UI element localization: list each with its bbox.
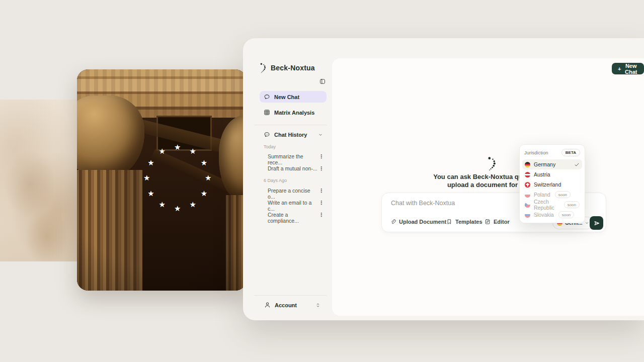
paperclip-icon (390, 219, 396, 225)
noxtua-mark-icon (487, 156, 498, 171)
account-selector[interactable]: Account (264, 302, 320, 308)
history-item-label: Summarize the rece... (268, 153, 318, 165)
slovakia-flag-icon (525, 212, 530, 218)
history-item[interactable]: Write an email to a c... ⋮ (268, 200, 324, 212)
soon-badge: soon (564, 201, 580, 208)
kebab-menu-icon[interactable]: ⋮ (318, 153, 324, 165)
jurisdiction-title: Jurisdiction (524, 150, 548, 155)
eu-star-icon: ★ (159, 201, 166, 208)
czech-republic-flag-icon (525, 202, 530, 208)
history-item-label: Prepare a concise o... (268, 188, 318, 200)
eu-star-icon: ★ (190, 201, 196, 208)
switzerland-flag-icon (525, 182, 530, 188)
option-label: Czech Republic (534, 199, 559, 211)
eu-star-icon: ★ (147, 190, 154, 197)
option-label: Switzerland (534, 182, 561, 188)
history-item-label: Draft a mutual non-... (268, 165, 317, 172)
eu-star-icon: ★ (174, 205, 181, 212)
plus-icon: + (618, 66, 621, 72)
sidebar-item-new-chat[interactable]: New Chat (260, 91, 327, 103)
editor-button[interactable]: Editor (485, 219, 510, 225)
screenshot-stage: ★★★★★★★★★★★★ Beck-Noxtua New Chat (0, 0, 644, 362)
new-chat-button[interactable]: + New Chat (612, 63, 644, 74)
germany-flag-icon (525, 162, 530, 167)
editor-label: Editor (494, 219, 510, 225)
grid-icon (264, 109, 270, 116)
history-item[interactable]: Summarize the rece... ⋮ (268, 153, 324, 165)
eu-star-icon: ★ (147, 159, 154, 166)
templates-button[interactable]: Templates (446, 219, 482, 225)
columns-photo: ★★★★★★★★★★★★ (77, 69, 247, 291)
chat-history-header[interactable]: Chat History (264, 131, 323, 138)
option-label: Austria (534, 171, 550, 177)
send-icon (593, 220, 600, 227)
kebab-menu-icon[interactable]: ⋮ (318, 212, 324, 224)
chevron-down-icon[interactable] (318, 132, 323, 137)
account-label: Account (275, 302, 297, 308)
jurisdiction-option-poland[interactable]: Poland soon (522, 190, 582, 200)
beta-badge: BETA (561, 149, 580, 156)
history-item[interactable]: Create a compliance... ⋮ (268, 212, 324, 224)
eu-star-icon: ★ (174, 143, 181, 151)
jurisdiction-option-austria[interactable]: Austria (522, 169, 582, 179)
soon-badge: soon (555, 191, 571, 198)
bookmark-icon (446, 219, 452, 225)
history-item[interactable]: Draft a mutual non-... ⋮ (268, 165, 324, 172)
jurisdiction-dropdown-header: Jurisdiction BETA (522, 148, 582, 159)
noxtua-mark-icon (260, 62, 267, 73)
jurisdiction-option-switzerland[interactable]: Switzerland (522, 179, 582, 190)
kebab-menu-icon[interactable]: ⋮ (318, 188, 324, 200)
eu-star-icon: ★ (190, 147, 196, 155)
check-icon (574, 162, 580, 167)
jurisdiction-dropdown: Jurisdiction BETA Germany Austria Switze… (519, 144, 585, 223)
history-group-label: Today (264, 144, 276, 149)
chat-bubble-icon (264, 94, 270, 100)
jurisdiction-option-slovakia[interactable]: Slovakia soon (522, 210, 582, 220)
kebab-menu-icon[interactable]: ⋮ (318, 200, 324, 212)
austria-flag-icon (525, 172, 530, 177)
marble-texture-panel (0, 100, 78, 261)
jurisdiction-option-czech-republic[interactable]: Czech Republic soon (522, 200, 582, 210)
history-item-label: Write an email to a c... (268, 200, 318, 212)
sidebar-item-label: New Chat (274, 94, 299, 100)
brand-name: Beck-Noxtua (271, 64, 315, 72)
eu-stars-circle: ★★★★★★★★★★★★ (77, 69, 247, 291)
chat-history-label: Chat History (274, 132, 307, 138)
sidebar-divider (254, 295, 327, 296)
kebab-menu-icon[interactable]: ⋮ (318, 165, 324, 172)
history-item-label: Create a compliance... (268, 212, 318, 224)
option-label: Poland (534, 192, 550, 198)
eu-star-icon: ★ (159, 147, 166, 155)
option-label: Germany (534, 161, 555, 167)
sidebar-item-matrix-analysis[interactable]: Matrix Analysis (264, 109, 314, 116)
editor-icon (485, 219, 491, 225)
person-icon (264, 302, 271, 308)
poland-flag-icon (525, 192, 530, 198)
eu-star-icon: ★ (201, 159, 207, 166)
upload-document-label: Upload Document (399, 219, 446, 225)
eu-star-icon: ★ (143, 174, 150, 182)
jurisdiction-option-germany[interactable]: Germany (522, 159, 582, 169)
soon-badge: soon (558, 211, 574, 218)
eu-star-icon: ★ (205, 174, 211, 182)
new-chat-button-label: New Chat (624, 63, 638, 75)
sidebar-item-label: Matrix Analysis (274, 110, 314, 116)
chat-history-icon (264, 131, 270, 138)
sidebar-collapse-icon[interactable] (319, 78, 326, 84)
history-group-label: 6 Days Ago (264, 178, 287, 183)
history-item[interactable]: Prepare a concise o... ⋮ (268, 188, 324, 200)
sidebar-divider (254, 125, 327, 125)
send-button[interactable] (590, 216, 603, 230)
templates-label: Templates (455, 219, 482, 225)
option-label: Slovakia (534, 212, 554, 218)
brand-logo: Beck-Noxtua (260, 62, 315, 73)
chevron-down-icon (585, 221, 589, 225)
up-down-chevrons-icon (315, 302, 320, 308)
upload-document-button[interactable]: Upload Document (390, 219, 446, 225)
eu-star-icon: ★ (201, 190, 207, 197)
